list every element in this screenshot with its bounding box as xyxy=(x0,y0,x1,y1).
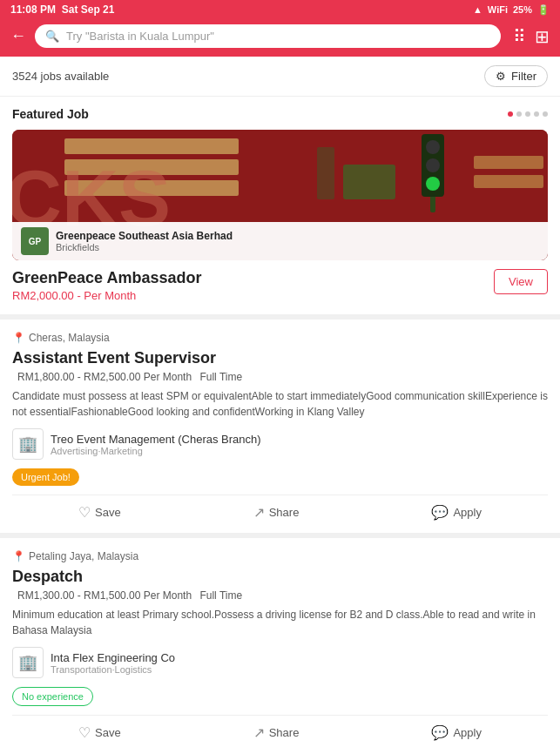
featured-company-name: Greenpeace Southeast Asia Berhad xyxy=(56,230,233,242)
action-row-0: ♡ Save ↗ Share 💬 Apply xyxy=(12,495,548,521)
company-logo-0: 🏢 xyxy=(12,428,44,460)
job-salary-0: RM1,800.00 - RM2,500.00 Per Month xyxy=(17,371,192,383)
job-meta-0: RM1,800.00 - RM2,500.00 Per Month Full T… xyxy=(12,371,548,383)
svg-point-9 xyxy=(426,177,440,191)
job-description-0: Candidate must possess at least SPM or e… xyxy=(12,388,548,420)
carousel-dots xyxy=(508,111,548,117)
featured-company-strip: GP Greenpeace Southeast Asia Berhad Bric… xyxy=(12,222,548,260)
location-pin-icon: 📍 xyxy=(12,332,25,344)
featured-job-salary: RM2,000.00 - Per Month xyxy=(12,289,201,302)
battery-percent: 25% xyxy=(513,4,532,15)
company-name-1: Inta Flex Engineering Co xyxy=(51,651,175,664)
svg-point-7 xyxy=(426,140,440,154)
svg-rect-12 xyxy=(474,156,543,169)
company-details-0: Treo Event Management (Cheras Branch) Ad… xyxy=(51,433,261,456)
heart-icon-1: ♡ xyxy=(78,724,91,741)
search-input-wrapper[interactable]: 🔍 Try "Barista in Kuala Lumpur" xyxy=(35,24,501,48)
svg-rect-10 xyxy=(343,165,395,199)
company-logo-1: 🏢 xyxy=(12,647,44,678)
share-button-0[interactable]: ↗ Share xyxy=(253,504,300,521)
company-row-1: 🏢 Inta Flex Engineering Co Transportatio… xyxy=(12,647,548,678)
job-card-1: 📍 Petaling Jaya, Malaysia Despatch RM1,3… xyxy=(0,538,560,747)
job-location-text-1: Petaling Jaya, Malaysia xyxy=(29,550,138,562)
apply-button-0[interactable]: 💬 Apply xyxy=(431,504,482,521)
apply-icon-1: 💬 xyxy=(431,724,449,741)
featured-job-card: GreenPeace Ambassador RM2,000.00 - Per M… xyxy=(0,260,560,320)
featured-company-logo: GP xyxy=(21,227,49,255)
qr-icon[interactable]: ⠿ xyxy=(513,26,526,47)
featured-company-info: Greenpeace Southeast Asia Berhad Brickfi… xyxy=(56,230,233,252)
back-button[interactable]: ← xyxy=(10,27,26,45)
apply-label-1: Apply xyxy=(453,726,482,739)
share-icon-1: ↗ xyxy=(253,724,265,741)
filter-button[interactable]: ⚙ Filter xyxy=(484,65,548,87)
apply-label-0: Apply xyxy=(453,506,482,519)
job-card-0: 📍 Cheras, Malaysia Assistant Event Super… xyxy=(0,320,560,538)
share-icon: ↗ xyxy=(253,504,265,521)
job-location-0: 📍 Cheras, Malaysia xyxy=(12,332,548,344)
jobs-header: 3524 jobs available ⚙ Filter xyxy=(0,57,560,97)
status-bar: 11:08 PM Sat Sep 21 ▲ WiFi 25% 🔋 xyxy=(0,0,560,19)
apply-icon: 💬 xyxy=(431,504,449,521)
job-salary-1: RM1,300.00 - RM1,500.00 Per Month xyxy=(17,589,192,602)
dot-1 xyxy=(508,111,513,117)
save-button-1[interactable]: ♡ Save xyxy=(78,724,121,741)
scan-icon[interactable]: ⊞ xyxy=(535,26,550,47)
company-category-1: Transportation·Logistics xyxy=(51,664,175,675)
search-bar: ← 🔍 Try "Barista in Kuala Lumpur" ⠿ ⊞ xyxy=(0,19,560,57)
featured-job-title: GreenPeace Ambassador xyxy=(12,269,201,287)
share-label-1: Share xyxy=(269,726,300,739)
job-location-1: 📍 Petaling Jaya, Malaysia xyxy=(12,550,548,562)
search-input[interactable]: Try "Barista in Kuala Lumpur" xyxy=(66,30,214,43)
featured-banner[interactable]: CKS GP Greenpeace Southeast Asia Berhad … xyxy=(12,130,548,260)
wifi-icon: WiFi xyxy=(488,4,508,15)
heart-icon: ♡ xyxy=(78,504,91,521)
job-title-0[interactable]: Assistant Event Supervisor xyxy=(12,349,548,367)
job-badge-1: No experience xyxy=(12,687,93,706)
company-category-0: Advertising·Marketing xyxy=(51,446,261,456)
svg-rect-1 xyxy=(64,138,239,154)
share-label-0: Share xyxy=(269,506,300,519)
job-type-0: Full Time xyxy=(199,371,242,383)
battery-icon: 🔋 xyxy=(537,4,550,16)
status-time: 11:08 PM Sat Sep 21 xyxy=(10,3,114,16)
job-meta-1: RM1,300.00 - RM1,500.00 Per Month Full T… xyxy=(12,589,548,602)
svg-point-8 xyxy=(426,158,440,172)
job-badge-0: Urgent Job! xyxy=(12,468,79,486)
job-description-1: Minimum education at least Primary schoo… xyxy=(12,607,548,638)
company-name-0: Treo Event Management (Cheras Branch) xyxy=(51,433,261,446)
filter-label: Filter xyxy=(511,70,536,83)
job-title-1[interactable]: Despatch xyxy=(12,568,548,586)
signal-icon: ▲ xyxy=(473,4,482,15)
featured-header: Featured Job xyxy=(12,107,548,121)
featured-label: Featured Job xyxy=(12,107,89,121)
save-button-0[interactable]: ♡ Save xyxy=(78,504,121,521)
dot-3 xyxy=(525,111,530,117)
dot-4 xyxy=(534,111,539,117)
filter-icon: ⚙ xyxy=(496,70,506,83)
svg-rect-13 xyxy=(474,175,543,188)
job-type-1: Full Time xyxy=(199,589,242,602)
search-icon: 🔍 xyxy=(45,30,59,43)
action-row-1: ♡ Save ↗ Share 💬 Apply xyxy=(12,715,548,741)
dot-2 xyxy=(516,111,522,117)
status-icons: ▲ WiFi 25% 🔋 xyxy=(473,4,550,16)
jobs-count: 3524 jobs available xyxy=(12,70,109,83)
featured-section: Featured Job CKS xyxy=(0,97,560,260)
svg-rect-11 xyxy=(317,147,334,199)
featured-job-top: GreenPeace Ambassador RM2,000.00 - Per M… xyxy=(12,269,548,302)
company-row-0: 🏢 Treo Event Management (Cheras Branch) … xyxy=(12,428,548,460)
share-button-1[interactable]: ↗ Share xyxy=(253,724,300,741)
view-button[interactable]: View xyxy=(494,269,548,294)
company-details-1: Inta Flex Engineering Co Transportation·… xyxy=(51,651,175,675)
save-label-1: Save xyxy=(95,726,121,739)
dot-5 xyxy=(543,111,548,117)
apply-button-1[interactable]: 💬 Apply xyxy=(431,724,482,741)
featured-company-location: Brickfields xyxy=(56,242,233,252)
location-pin-icon-1: 📍 xyxy=(12,550,25,562)
job-location-text-0: Cheras, Malaysia xyxy=(29,332,110,344)
featured-job-info: GreenPeace Ambassador RM2,000.00 - Per M… xyxy=(12,269,201,302)
save-label-0: Save xyxy=(95,506,121,519)
